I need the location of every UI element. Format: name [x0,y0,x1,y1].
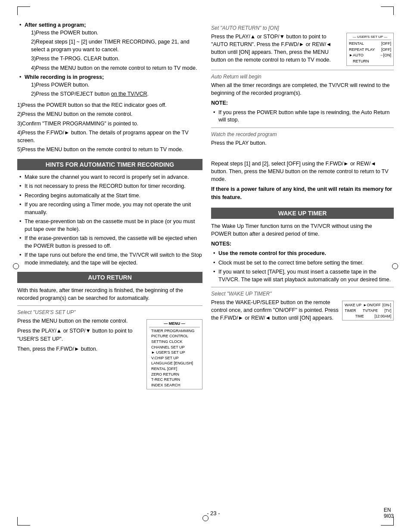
while-recording-header-item: While recording is in progress; 1)Press … [19,74,202,98]
left-column: After setting a program; 1)Press the POW… [17,22,202,389]
wake-note-3: If you want to select [TAPE], you must i… [213,268,394,283]
wakeup-col3-1: [TV] [384,308,391,314]
hints-list: Make sure the channel you want to record… [17,174,202,267]
watch-recorded-header: Watch the recorded program [211,131,394,137]
power-failure-text: If there is a power failure of any kind,… [211,185,394,201]
page: After setting a program; 1)Press the POW… [0,0,411,532]
after-step-4: 4)Press the MENU button on the remote co… [31,65,202,72]
divider-4 [211,287,394,287]
wakeup-col2-2: TIME [355,314,364,319]
wake-up-intro: The Wake Up Timer function turns on the … [211,222,394,238]
wakeup-label-0: WAKE UP [345,302,361,308]
users-set-row-0: RENTAL [OFF] [349,41,391,47]
step-5: 5)Press the MENU button on the remote co… [17,146,202,154]
menu-item-8: ZERO RETURN [149,372,200,377]
hints-header: HINTS FOR AUTOMATIC TIMER RECORDING [17,159,202,170]
after-step-2: 2)Repeat steps [1] ~ [2] under TIMER REC… [31,38,202,53]
right-column: Set "AUTO RETURN" to [ON] — USER'S SET U… [211,22,394,389]
select-wake-up-content: WAKE UP ►ON/OFF [ON-] TIMER TV/TAPE [TV]… [211,299,394,324]
note-list: If you press the POWER button while tape… [211,109,394,124]
hint-6: If the erase-prevention tab is removed, … [19,235,202,250]
menu-item-7: RENTAL [OFF] [149,366,200,372]
menu-item-4-selected: USER'S SET UP [149,350,200,355]
menu-item-3: CHANNEL SET UP [149,345,200,350]
wakeup-col2-1: TV/TAPE [363,308,378,314]
after-setting-header: After setting a program; [25,22,86,28]
divider-3 [211,128,394,128]
note-label: NOTE: [211,99,394,107]
after-setting-list: After setting a program; 1)Press the POW… [17,22,202,98]
wakeup-col3-2: [12:00AM] [374,314,391,319]
top-border [17,6,394,15]
wake-up-notes-list: Use the remote control for this procedur… [211,250,394,283]
corner-bracket-tl [17,6,30,15]
while-step-1: 1)Press POWER button. [31,81,202,89]
after-step-1: 1)Press the POWER button. [31,29,202,37]
menu-item-2: SETTING CLOCK [149,339,200,345]
auto-return-begin-text: When all the timer recordings are comple… [211,81,394,97]
users-set-label-2: AUTO RETURN [353,53,380,64]
users-set-row-2: ► AUTO RETURN →[ON] [349,53,391,64]
after-setting-steps: 1)Press the POWER button. 2)Repeat steps… [25,29,202,72]
auto-return-on-content: — USER'S SET UP — RENTAL [OFF] REPEAT PL… [211,33,394,66]
note-bullet-1: If you press the POWER button while tape… [213,109,394,124]
users-set-label-1: REPEAT PLAY [349,47,375,53]
reg-mark-left [13,263,19,269]
auto-return-header: AUTO RETURN [17,272,202,283]
wakeup-box: WAKE UP ►ON/OFF [ON-] TIMER TV/TAPE [TV]… [342,301,394,320]
wakeup-col3-0: [ON-] [383,302,391,308]
users-set-label-0: RENTAL [349,41,364,47]
after-setting-header-item: After setting a program; 1)Press the POW… [19,22,202,72]
select-wake-up-header: Select "WAKE UP TIMER" [211,291,394,297]
menu-box-title: — MENU — [149,321,200,327]
step-1: 1)Press the POWER button so that the REC… [17,102,202,109]
select-users-set-up-header: Select "USER'S SET UP" [17,309,202,315]
hint-5: The erase-prevention tab on the cassette… [19,218,202,233]
while-recording-header: While recording is in progress; [25,74,104,80]
while-recording-steps: 1)Press POWER button. 2)Press the STOP/E… [25,81,202,98]
menu-item-0: TIMER PROGRAMMING [149,328,200,334]
notes-label: NOTES: [211,240,394,248]
auto-return-begin-header: Auto Return will begin [211,74,394,80]
wake-note-1-text: Use the remote control for this procedur… [218,250,326,256]
auto-return-intro: With this feature, after timer recording… [17,286,202,302]
hint-7: If the tape runs out before the end time… [19,252,202,267]
main-content: After setting a program; 1)Press the POW… [17,22,394,389]
page-footer: - 23 - EN 9I03 [0,507,411,519]
corner-bracket-tr [381,6,394,15]
users-set-value-2: →[ON] [379,53,391,64]
wake-up-header: WAKE UP TIMER [211,208,394,219]
hint-3: Recording begins automatically at the St… [19,192,202,200]
step-3: 3)Confirm "TIMER PROGRAMMING" is pointed… [17,120,202,128]
divider-2 [211,70,394,70]
users-set-value-1: [OFF] [381,47,391,53]
wakeup-row-0: WAKE UP ►ON/OFF [ON-] [345,302,391,308]
select-users-content: — MENU — TIMER PROGRAMMING PICTURE CONTR… [17,317,202,389]
after-step-3: 3)Press the T-PROG. CLEAR button. [31,55,202,63]
numbered-steps-block: 1)Press the POWER button so that the REC… [17,102,202,154]
page-number: - 23 - [207,510,220,516]
divider-1 [17,305,202,306]
menu-item-5: V.CHIP SET UP [149,355,200,361]
page-code: EN 9I03 [384,507,394,519]
users-set-box-title: — USER'S SET UP — [349,34,391,40]
wake-note-2: Clock must be set to the correct time be… [213,259,394,267]
menu-item-6: LANGUAGE [ENGLISH] [149,361,200,366]
step-2: 2)Press the MENU button on the remote co… [17,111,202,118]
hint-2: It is not necessary to press the RECORD … [19,183,202,190]
wakeup-row-1: TIMER TV/TAPE [TV] [345,308,391,314]
step-4: 4)Press the F.FWD/► button. The details … [17,129,202,144]
menu-item-9: T-REC RETURN [149,377,200,383]
users-set-indicator: ► [349,53,353,64]
users-set-value-0: [OFF] [381,41,391,47]
menu-item-10: INDEX SEARCH [149,383,200,388]
menu-box: — MENU — TIMER PROGRAMMING PICTURE CONTR… [146,319,202,389]
watch-recorded-text: Press the PLAY button. [211,139,394,147]
wakeup-row-2: TIME [12:00AM] [345,314,391,319]
wakeup-label-1: TIMER [345,308,356,314]
wakeup-col2-0: ►ON/OFF [363,302,381,308]
auto-return-on-header: Set "AUTO RETURN" to [ON] [211,25,394,31]
hint-1: Make sure the channel you want to record… [19,174,202,181]
repeat-steps-text: Repeat steps [1] and [2], select [OFF] u… [211,160,394,183]
users-set-row-1: REPEAT PLAY [OFF] [349,47,391,53]
